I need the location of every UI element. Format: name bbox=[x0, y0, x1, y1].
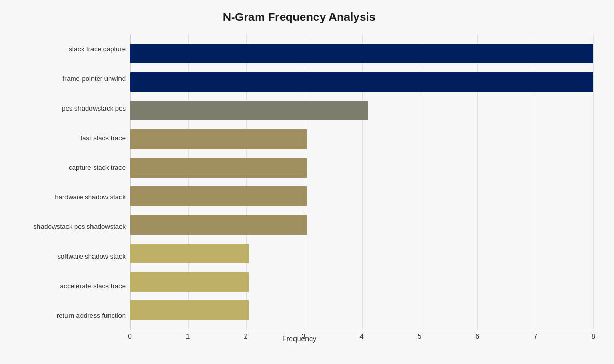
y-label: shadowstack pcs shadowstack bbox=[33, 212, 126, 241]
bar-row bbox=[130, 211, 593, 238]
x-tick-label: 0 bbox=[128, 332, 131, 340]
chart-title: N-Gram Frequency Analysis bbox=[5, 10, 593, 24]
bar bbox=[130, 129, 307, 149]
bar-row bbox=[130, 183, 593, 210]
bar-row bbox=[130, 296, 593, 323]
x-tick-label: 7 bbox=[533, 332, 537, 340]
bar bbox=[130, 244, 249, 263]
bar bbox=[130, 272, 249, 292]
bar bbox=[130, 186, 307, 206]
x-axis-title: Frequency bbox=[5, 334, 593, 343]
grid-line bbox=[593, 34, 594, 330]
bar-row bbox=[130, 240, 593, 267]
y-label: software shadow stack bbox=[57, 241, 126, 271]
x-tick-label: 5 bbox=[418, 332, 421, 340]
y-label: pcs shadowstack pcs bbox=[62, 93, 126, 123]
chart-container: N-Gram Frequency Analysis stack trace ca… bbox=[0, 0, 614, 364]
x-tick-label: 3 bbox=[302, 332, 305, 340]
grid-and-bars: stack trace captureframe pointer unwindp… bbox=[5, 34, 593, 330]
bars-wrapper bbox=[130, 34, 593, 330]
y-label: capture stack trace bbox=[69, 153, 126, 182]
y-label: return address function bbox=[57, 301, 126, 330]
y-labels: stack trace captureframe pointer unwindp… bbox=[5, 34, 130, 330]
bar bbox=[130, 72, 593, 92]
bar-row bbox=[130, 126, 593, 153]
chart-area: stack trace captureframe pointer unwindp… bbox=[5, 34, 593, 315]
bar-row bbox=[130, 97, 593, 124]
bar-row bbox=[130, 40, 593, 67]
bar-row bbox=[130, 69, 593, 96]
y-label: hardware shadow stack bbox=[55, 182, 126, 212]
x-tick-label: 8 bbox=[591, 332, 595, 340]
x-tick-label: 2 bbox=[244, 332, 247, 340]
bar bbox=[130, 215, 307, 235]
bar-row bbox=[130, 268, 593, 295]
x-tick-label: 6 bbox=[475, 332, 479, 340]
bar bbox=[130, 101, 368, 120]
x-tick-label: 1 bbox=[186, 332, 190, 340]
bar-row bbox=[130, 154, 593, 181]
bars-area bbox=[130, 34, 593, 330]
y-label: fast stack trace bbox=[81, 123, 126, 153]
bar bbox=[130, 158, 307, 178]
y-label: accelerate stack trace bbox=[60, 271, 126, 301]
bar bbox=[130, 300, 249, 320]
y-label: frame pointer unwind bbox=[63, 64, 126, 93]
x-tick-label: 4 bbox=[359, 332, 363, 340]
bar bbox=[130, 44, 593, 63]
y-label: stack trace capture bbox=[69, 34, 126, 64]
